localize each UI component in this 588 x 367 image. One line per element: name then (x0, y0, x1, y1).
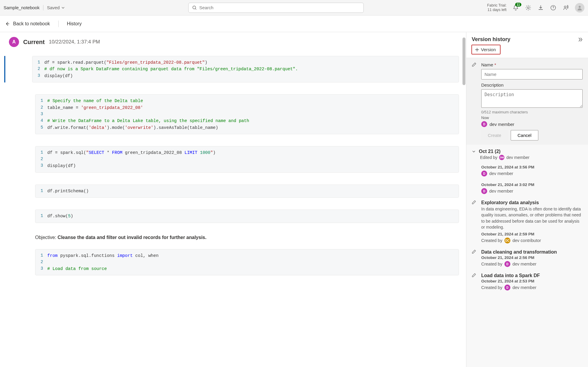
version-ts: October 21, 2024 at 2:59 PM (481, 232, 583, 236)
user-name: dev member (512, 262, 537, 266)
pencil-icon[interactable] (472, 273, 476, 277)
download-button[interactable] (537, 4, 544, 11)
version-title: Data cleaning and transformation (481, 249, 583, 255)
user-badge: D (481, 188, 487, 194)
save-status[interactable]: Saved (47, 5, 65, 10)
topbar-left: Sample_notebook Saved (4, 5, 65, 10)
search-wrap (68, 3, 483, 13)
md-label: Objective: (35, 235, 58, 240)
user-badge: D (504, 261, 510, 267)
saved-label: Saved (47, 5, 60, 10)
topbar: Sample_notebook Saved Fabric Trial: 11 d… (0, 0, 588, 15)
named-version-item[interactable]: Load data into a Spark DF October 21, 20… (466, 270, 588, 293)
user-badge: DC (504, 238, 510, 243)
version-header: A Current 10/22/2024, 1:37:4 PM (0, 32, 466, 50)
version-by: Created by DC dev contributor (481, 238, 583, 243)
version-ts: October 21, 2024 at 2:56 PM (481, 255, 583, 260)
user-name: dev member (489, 189, 513, 193)
settings-button[interactable] (525, 4, 531, 11)
help-icon (550, 5, 556, 11)
code-cell-1[interactable]: 1df = spark.read.parquet("Files/green_tr… (32, 56, 459, 82)
version-title: Load data into a Spark DF (481, 273, 583, 278)
back-label: Back to notebook (13, 21, 50, 26)
user-avatar[interactable] (575, 3, 584, 13)
cell-group: 1df = spark.read.parquet("Files/green_tr… (4, 56, 459, 82)
cancel-button[interactable]: Cancel (511, 130, 538, 140)
version-btn-label: Version (481, 47, 496, 52)
person-icon (577, 5, 583, 11)
group-title: Oct 21 (2) (479, 149, 501, 154)
version-timestamp: 10/22/2024, 1:37:4 PM (49, 39, 100, 45)
history-item[interactable]: October 21, 2024 at 3:56 PM D dev member (466, 162, 588, 179)
panel-toolbar: Version (466, 45, 588, 58)
svg-point-3 (553, 9, 553, 9)
group-subtitle: Edited by DM dev member (466, 155, 588, 160)
user-badge: D (481, 171, 487, 177)
version-by: Created by D dev member (481, 285, 583, 291)
named-version-item[interactable]: Data cleaning and transformation October… (466, 246, 588, 270)
topbar-right: Fabric Trial: 11 days left 11 (487, 3, 584, 13)
version-history-panel: Version history Version Name * Descripti… (466, 32, 588, 367)
name-input[interactable] (481, 69, 583, 79)
panel-collapse-button[interactable] (578, 37, 583, 42)
editor-name: dev member (506, 155, 529, 160)
feedback-button[interactable] (562, 4, 569, 11)
description-label: Description (481, 82, 583, 88)
search-input[interactable] (199, 5, 360, 10)
history-ts: October 21, 2024 at 3:56 PM (481, 165, 583, 169)
code-cell-5[interactable]: 1df.show(5) (35, 210, 459, 223)
search-icon (192, 5, 197, 10)
chevron-down-icon (472, 149, 476, 154)
new-version-form: Name * Description 0/512 maximum charact… (466, 58, 588, 145)
editor-badge: DM (499, 155, 504, 160)
pencil-icon[interactable] (472, 249, 476, 254)
user-name: dev member (489, 171, 513, 176)
create-button[interactable]: Create (481, 130, 508, 140)
plus-icon (475, 48, 479, 52)
trial-line2: 11 days left (487, 8, 507, 12)
current-user: D dev member (481, 121, 583, 127)
person-voice-icon (563, 5, 569, 11)
version-desc: In data engineering, EDA is often done t… (481, 206, 583, 230)
help-button[interactable] (550, 4, 556, 11)
code-cell-2[interactable]: 1# Specify the name of the Delta table 2… (35, 94, 459, 134)
download-icon (538, 5, 544, 11)
svg-point-5 (579, 6, 581, 8)
md-text: Cleanse the data and filter out invalid … (58, 235, 207, 240)
panel-body[interactable]: Name * Description 0/512 maximum charact… (466, 58, 588, 367)
separator (58, 21, 59, 27)
current-label: Current (23, 39, 45, 46)
chevron-double-right-icon (578, 37, 583, 42)
char-counter: 0/512 maximum characters (481, 110, 583, 114)
gear-icon (525, 5, 531, 11)
history-item[interactable]: October 21, 2024 at 3:02 PM D dev member (466, 179, 588, 197)
trial-line1: Fabric Trial: (487, 3, 507, 8)
breadcrumb-bar: Back to notebook History (0, 15, 588, 32)
user-badge: D (504, 285, 510, 291)
notifications-button[interactable]: 11 (512, 4, 519, 11)
svg-point-4 (564, 6, 566, 8)
document-name[interactable]: Sample_notebook (4, 5, 40, 10)
trial-status: Fabric Trial: 11 days left (487, 3, 507, 12)
version-ts: October 21, 2024 at 2:53 PM (481, 279, 583, 283)
description-input[interactable] (481, 89, 583, 108)
code-cell-6[interactable]: 1from pyspark.sql.functions import col, … (35, 249, 459, 276)
code-cell-4[interactable]: 1df.printSchema() (35, 185, 459, 198)
user-name: dev contributor (512, 238, 541, 243)
code-cell-3[interactable]: 1df = spark.sql("SELECT * FROM green_tri… (35, 146, 459, 173)
form-buttons: Create Cancel (481, 130, 583, 140)
back-to-notebook-link[interactable]: Back to notebook (5, 21, 50, 26)
scrollbar-thumb[interactable] (462, 38, 465, 85)
user-badge: D (481, 121, 487, 127)
divider (43, 5, 43, 10)
markdown-cell[interactable]: Objective: Cleanse the data and filter o… (35, 235, 459, 240)
named-version-item[interactable]: Exploratory data analysis In data engine… (466, 197, 588, 246)
chevron-down-icon (61, 6, 65, 10)
pencil-icon[interactable] (472, 200, 476, 204)
notebook-cells[interactable]: 1df = spark.read.parquet("Files/green_tr… (0, 50, 466, 367)
history-group-header[interactable]: Oct 21 (2) (466, 145, 588, 155)
new-version-button[interactable]: Version (472, 45, 500, 54)
pencil-icon (472, 62, 476, 67)
svg-point-1 (527, 7, 529, 9)
search-box[interactable] (188, 3, 364, 13)
